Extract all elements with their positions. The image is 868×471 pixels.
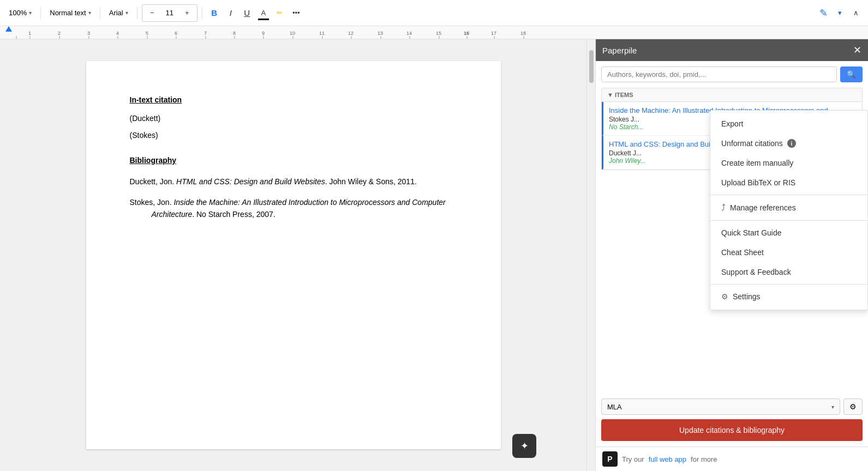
ruler-svg: 1 2 3 4 5 6 7 8 9 10 11 12 13 14 15 16 1… (0, 26, 868, 39)
highlight-button[interactable]: ✏ (272, 4, 288, 22)
settings-menu-item[interactable]: ⚙ Settings (710, 287, 867, 306)
bib2-author: Stokes, Jon. (130, 198, 174, 207)
create-item-label: Create item manually (721, 159, 793, 167)
citation-stokes: (Stokes) (130, 129, 457, 141)
gear-icon: ⚙ (849, 402, 857, 411)
svg-text:14: 14 (406, 31, 412, 36)
font-size-decrease[interactable]: − (145, 4, 160, 22)
document-area[interactable]: In-text citation (Duckett) (Stokes) Bibl… (0, 39, 586, 471)
bibliography-heading: Bibliography (130, 154, 457, 166)
bold-button[interactable]: B (207, 4, 222, 22)
paperpile-sidebar: Paperpile ✕ 🔍 ▼ ITEMS Inside the Machine… (595, 39, 868, 471)
settings-icon: ⚙ (721, 292, 728, 301)
share-icon: ⤴ (721, 203, 726, 213)
style-row: MLA ▾ ⚙ (601, 398, 863, 415)
font-size-input[interactable] (161, 9, 178, 17)
style-gear-button[interactable]: ⚙ (843, 398, 863, 415)
zoom-chevron: ▾ (29, 10, 32, 16)
ref-list-label: ▼ ITEMS (607, 92, 633, 98)
search-area: 🔍 (596, 61, 868, 88)
svg-text:13: 13 (378, 31, 383, 36)
italic-button[interactable]: I (223, 4, 238, 22)
bib-entry-stokes: Stokes, Jon. Inside the Machine: An Illu… (130, 196, 457, 221)
divider-3 (137, 7, 137, 20)
text-color-button[interactable]: A (256, 4, 271, 22)
sidebar-footer: P Try our full web app for more (596, 446, 868, 471)
upload-bibtex-menu-item[interactable]: Upload BibTeX or RIS (710, 173, 867, 192)
quickstart-menu-item[interactable]: Quick Start Guide (710, 223, 867, 243)
unformat-menu-item[interactable]: Unformat citations i (710, 134, 867, 153)
font-family-select[interactable]: Arial ▾ (105, 4, 133, 22)
svg-text:2: 2 (58, 31, 61, 36)
ref-list-header: ▼ ITEMS (602, 88, 862, 102)
svg-text:18: 18 (520, 31, 526, 36)
paperpile-dropdown-btn[interactable]: ▾ (832, 4, 847, 22)
font-family-value: Arial (109, 9, 123, 17)
underline-button[interactable]: U (240, 4, 255, 22)
svg-text:16: 16 (464, 31, 469, 36)
search-input[interactable] (601, 67, 837, 82)
full-web-app-link[interactable]: full web app (649, 455, 686, 463)
paperpile-logo: P (602, 451, 618, 467)
menu-divider-2 (710, 220, 867, 221)
svg-text:17: 17 (491, 31, 496, 36)
menu-divider-1 (710, 195, 867, 195)
svg-text:10: 10 (290, 31, 295, 36)
svg-text:7: 7 (204, 31, 207, 36)
collapse-button[interactable]: ∧ (848, 4, 864, 22)
manage-references-menu-item[interactable]: ⤴ Manage references (710, 197, 867, 218)
floating-action-button[interactable]: ✦ (512, 434, 536, 458)
manage-references-label: Manage references (730, 203, 796, 212)
cheatsheet-label: Cheat Sheet (721, 248, 764, 257)
divider-4 (202, 7, 202, 20)
svg-text:8: 8 (233, 31, 236, 36)
search-button[interactable]: 🔍 (840, 67, 863, 82)
font-size-control: − + (142, 4, 197, 22)
footer-rest: for more (691, 455, 717, 463)
paperpile-icon-button[interactable]: ✎ (816, 4, 831, 22)
bib1-title: HTML and CSS: Design and Build Websites (176, 177, 325, 186)
text-color-label: A (261, 9, 266, 17)
style-select[interactable]: MLA ▾ (601, 398, 840, 415)
svg-text:11: 11 (319, 31, 325, 36)
menu-divider-3 (710, 284, 867, 285)
more-button[interactable]: ••• (289, 4, 304, 22)
sidebar-header: Paperpile ✕ (596, 39, 868, 61)
divider-2 (100, 7, 100, 20)
search-icon: 🔍 (847, 70, 856, 78)
sidebar-bottom: MLA ▾ ⚙ Update citations & bibliography (596, 393, 868, 446)
style-group: Normal text ▾ (45, 4, 95, 22)
zoom-select[interactable]: 100% ▾ (4, 4, 36, 22)
main-area: In-text citation (Duckett) (Stokes) Bibl… (0, 39, 868, 471)
upload-bibtex-label: Upload BibTeX or RIS (721, 178, 795, 187)
svg-marker-0 (5, 26, 12, 32)
bib-entry-duckett: Duckett, Jon. HTML and CSS: Design and B… (130, 176, 457, 188)
svg-text:4: 4 (116, 31, 119, 36)
in-text-heading: In-text citation (130, 94, 457, 106)
update-citations-button[interactable]: Update citations & bibliography (601, 419, 863, 441)
style-chevron: ▾ (831, 404, 834, 410)
divider-1 (40, 7, 41, 20)
dropdown-menu: Export Unformat citations i Create item … (710, 110, 868, 310)
font-style-select[interactable]: Normal text ▾ (45, 4, 95, 22)
bib1-author: Duckett, Jon. (130, 177, 177, 186)
sidebar-close-button[interactable]: ✕ (853, 44, 861, 56)
toolbar: 100% ▾ Normal text ▾ Arial ▾ − + B I U (0, 0, 868, 26)
export-menu-item[interactable]: Export (710, 114, 867, 134)
create-item-menu-item[interactable]: Create item manually (710, 153, 867, 173)
font-style-value: Normal text (50, 9, 86, 17)
svg-text:3: 3 (87, 31, 90, 36)
scrollbar[interactable] (586, 39, 595, 471)
svg-text:1: 1 (28, 31, 31, 36)
svg-text:12: 12 (348, 31, 354, 36)
scrollbar-thumb[interactable] (589, 50, 594, 83)
svg-text:15: 15 (436, 31, 441, 36)
info-icon: i (787, 139, 796, 148)
font-chevron: ▾ (125, 10, 128, 16)
footer-text: Try our (622, 455, 644, 463)
color-indicator (258, 19, 269, 20)
support-menu-item[interactable]: Support & Feedback (710, 262, 867, 282)
cheatsheet-menu-item[interactable]: Cheat Sheet (710, 243, 867, 262)
sidebar-title: Paperpile (602, 46, 637, 55)
font-size-increase[interactable]: + (179, 4, 195, 22)
